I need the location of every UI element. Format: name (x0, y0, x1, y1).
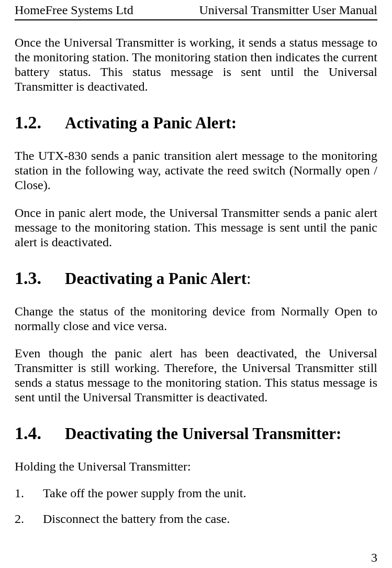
section-1-2-p2: Once in panic alert mode, the Universal … (15, 205, 377, 249)
section-1-3-p1: Change the status of the monitoring devi… (15, 304, 377, 333)
heading-number: 1.3. (15, 268, 65, 288)
heading-1-3: 1.3. Deactivating a Panic Alert: (15, 268, 377, 288)
heading-number: 1.2. (15, 113, 65, 133)
section-1-4-p1: Holding the Universal Transmitter: (15, 459, 377, 474)
heading-number: 1.4. (15, 423, 65, 443)
list-number: 2. (15, 512, 43, 526)
list-item: 2. Disconnect the battery from the case. (15, 512, 377, 526)
intro-paragraph: Once the Universal Transmitter is workin… (15, 35, 377, 94)
section-1-2-p1: The UTX-830 sends a panic transition ale… (15, 148, 377, 192)
section-1-3-p2: Even though the panic alert has been dea… (15, 346, 377, 405)
heading-1-2: 1.2. Activating a Panic Alert: (15, 113, 377, 133)
list-item: 1. Take off the power supply from the un… (15, 486, 377, 500)
list-number: 1. (15, 486, 43, 500)
heading-title: Deactivating the Universal Transmitter: (65, 424, 341, 443)
page-number: 3 (371, 551, 377, 565)
list-text: Disconnect the battery from the case. (43, 512, 230, 526)
heading-title: Activating a Panic Alert: (65, 114, 237, 133)
list-text: Take off the power supply from the unit. (43, 486, 246, 500)
header-company: HomeFree Systems Ltd (15, 3, 133, 17)
heading-1-4: 1.4. Deactivating the Universal Transmit… (15, 423, 377, 443)
heading-title: Deactivating a Panic Alert (65, 269, 247, 288)
page-header: HomeFree Systems Ltd Universal Transmitt… (15, 0, 377, 20)
header-doc-title: Universal Transmitter User Manual (199, 3, 377, 17)
heading-suffix: : (247, 269, 251, 288)
